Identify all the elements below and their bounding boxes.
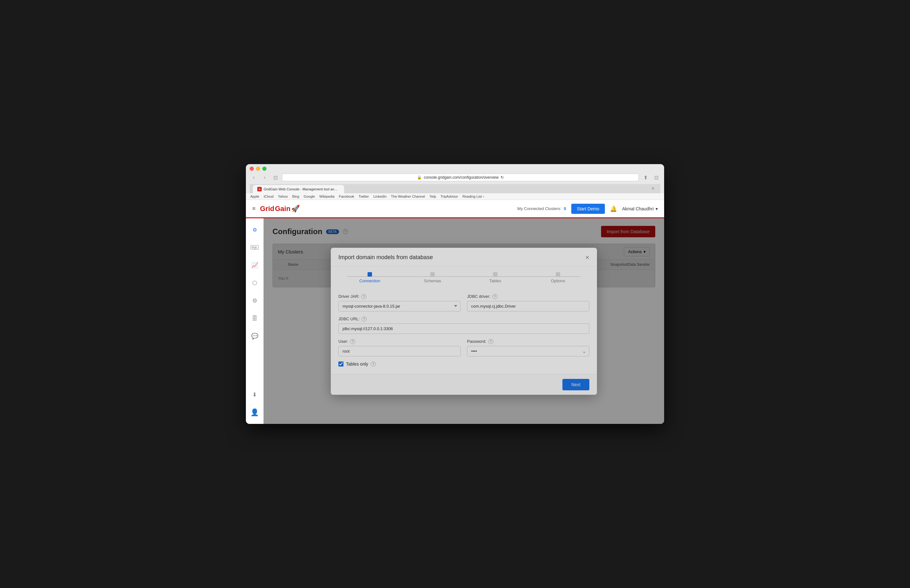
tab-favicon: G (257, 187, 262, 191)
minimize-traffic-light[interactable] (256, 166, 260, 171)
modal-body: Driver JAR: ? mysql-connector-java-8.0.1… (331, 286, 597, 374)
bookmark-yelp[interactable]: Yelp (429, 194, 436, 198)
driver-jar-label: Driver JAR: ? (338, 294, 461, 299)
jdbc-url-input[interactable] (338, 323, 589, 334)
traffic-lights (250, 166, 660, 171)
step-schemas: Schemas (401, 272, 464, 283)
notification-bell-icon[interactable]: 🔔 (610, 205, 617, 212)
app-header: ≡ GridGain 🚀 My Connected Clusters: 0 St… (246, 200, 664, 218)
bookmark-yahoo[interactable]: Yahoo (278, 194, 288, 198)
hamburger-button[interactable]: ≡ (252, 205, 256, 212)
sidebar-bottom: ⬇ 👤 (249, 388, 261, 419)
jdbc-driver-input[interactable] (467, 301, 589, 312)
step-dot-connection (367, 272, 372, 276)
main-layout: ⚙ SQL 📈 ⬡ ⚙ 🗄 💬 (246, 218, 664, 424)
sidebar-item-sql[interactable]: SQL (249, 241, 261, 254)
sidebar-item-download[interactable]: ⬇ (249, 388, 261, 401)
reload-icon[interactable]: ↻ (501, 175, 504, 179)
form-group-jdbc-url: JDBC URL: ? (338, 317, 589, 334)
sidebar-item-cluster[interactable]: ⬡ (249, 276, 261, 289)
sidebar-item-support[interactable]: 💬 (249, 330, 261, 342)
forward-button[interactable]: › (260, 173, 269, 181)
new-tab-button[interactable]: + (648, 184, 657, 193)
jdbc-url-help-icon[interactable]: ? (362, 317, 367, 321)
password-input[interactable] (467, 346, 589, 356)
app-content: ≡ GridGain 🚀 My Connected Clusters: 0 St… (246, 200, 664, 424)
password-wrapper: ⌄ (467, 346, 589, 356)
maximize-traffic-light[interactable] (262, 166, 267, 171)
bookmark-wikipedia[interactable]: Wikipedia (319, 194, 335, 198)
user-name: Akmal Chaudhri (622, 206, 654, 211)
modal-close-button[interactable]: × (585, 254, 589, 261)
logo-icon: 🚀 (291, 205, 300, 213)
user-help-icon[interactable]: ? (350, 339, 355, 344)
bookmark-reading-list[interactable]: Reading List › (462, 194, 484, 198)
step-label-tables: Tables (489, 278, 501, 283)
step-options: Options (527, 272, 589, 283)
tables-only-help-icon[interactable]: ? (371, 362, 376, 367)
support-icon: 💬 (251, 333, 258, 339)
tables-only-checkbox[interactable] (338, 362, 343, 367)
user-menu[interactable]: Akmal Chaudhri ▾ (622, 206, 658, 211)
tab-bar: G GridGain Web Console - Management tool… (250, 184, 660, 193)
password-toggle-icon[interactable]: ⌄ (582, 348, 586, 354)
bookmark-icloud[interactable]: iCloud (263, 194, 273, 198)
back-button[interactable]: ‹ (250, 173, 258, 181)
sidebar-toggle-button[interactable]: ⊡ (271, 173, 280, 181)
sidebar-item-settings[interactable]: ⚙ (249, 294, 261, 307)
driver-jar-help-icon[interactable]: ? (361, 294, 366, 299)
close-traffic-light[interactable] (250, 166, 254, 171)
form-group-driver-jar: Driver JAR: ? mysql-connector-java-8.0.1… (338, 294, 461, 312)
import-modal: Import domain models from database × Con… (331, 248, 597, 395)
database-icon: 🗄 (252, 315, 258, 322)
logo-grid: Grid (260, 205, 275, 213)
connected-clusters-label: My Connected Clusters: (517, 206, 561, 211)
jdbc-driver-help-icon[interactable]: ? (492, 294, 498, 299)
bookmark-facebook[interactable]: Facebook (339, 194, 354, 198)
modal-title: Import domain models from database (338, 254, 433, 261)
browser-chrome: ‹ › ⊡ 🔒 console.gridgain.com/configurati… (246, 164, 664, 193)
stepper: Connection Schemas Tables (331, 267, 597, 286)
lock-icon: 🔒 (417, 175, 422, 179)
bookmark-linkedin[interactable]: LinkedIn (373, 194, 386, 198)
form-group-password: Password: ? ⌄ (467, 339, 589, 356)
bookmark-weather[interactable]: The Weather Channel (391, 194, 425, 198)
user-label: User: ? (338, 339, 461, 344)
form-row-1: Driver JAR: ? mysql-connector-java-8.0.1… (338, 294, 589, 312)
share-button[interactable]: ⬆ (641, 173, 650, 181)
step-connection: Connection (338, 272, 401, 283)
connected-count: 0 (564, 206, 566, 211)
bookmark-google[interactable]: Google (304, 194, 315, 198)
jdbc-url-label: JDBC URL: ? (338, 317, 589, 321)
sidebar-item-config[interactable]: ⚙ (249, 223, 261, 236)
user-input[interactable] (338, 346, 461, 356)
logo-gain: Gain (275, 205, 291, 213)
bookmark-tripadvisor[interactable]: TripAdvisor (440, 194, 458, 198)
cluster-icon: ⬡ (252, 279, 257, 286)
start-demo-button[interactable]: Start Demo (571, 204, 605, 214)
driver-jar-select[interactable]: mysql-connector-java-8.0.15.jar (338, 301, 461, 312)
monitoring-icon: 📈 (251, 262, 258, 269)
tables-only-row: Tables only ? (338, 362, 589, 367)
bookmark-twitter[interactable]: Twitter (359, 194, 369, 198)
password-help-icon[interactable]: ? (488, 339, 493, 344)
active-tab[interactable]: G GridGain Web Console - Management tool… (253, 185, 344, 193)
step-label-schemas: Schemas (424, 278, 441, 283)
header-cluster-info: My Connected Clusters: 0 (517, 206, 566, 211)
sidebar-item-avatar[interactable]: 👤 (249, 406, 261, 419)
bookmarks-bar: Apple iCloud Yahoo Bing Google Wikipedia… (246, 193, 664, 200)
form-group-user: User: ? (338, 339, 461, 356)
bookmark-apple[interactable]: Apple (250, 194, 259, 198)
modal-header: Import domain models from database × (331, 248, 597, 267)
sidebar-item-monitoring[interactable]: 📈 (249, 259, 261, 271)
tables-only-label[interactable]: Tables only (346, 362, 368, 367)
address-bar[interactable]: 🔒 console.gridgain.com/configuration/ove… (282, 174, 639, 181)
next-button[interactable]: Next (562, 379, 589, 390)
step-tables: Tables (464, 272, 527, 283)
browser-toolbar: ‹ › ⊡ 🔒 console.gridgain.com/configurati… (250, 173, 660, 181)
bookmark-bing[interactable]: Bing (292, 194, 299, 198)
step-dot-tables (493, 272, 498, 276)
new-window-button[interactable]: ⊡ (652, 173, 660, 181)
page-content: Configuration BETA ? Import from Databas… (263, 218, 664, 424)
sidebar-item-database[interactable]: 🗄 (249, 312, 261, 325)
